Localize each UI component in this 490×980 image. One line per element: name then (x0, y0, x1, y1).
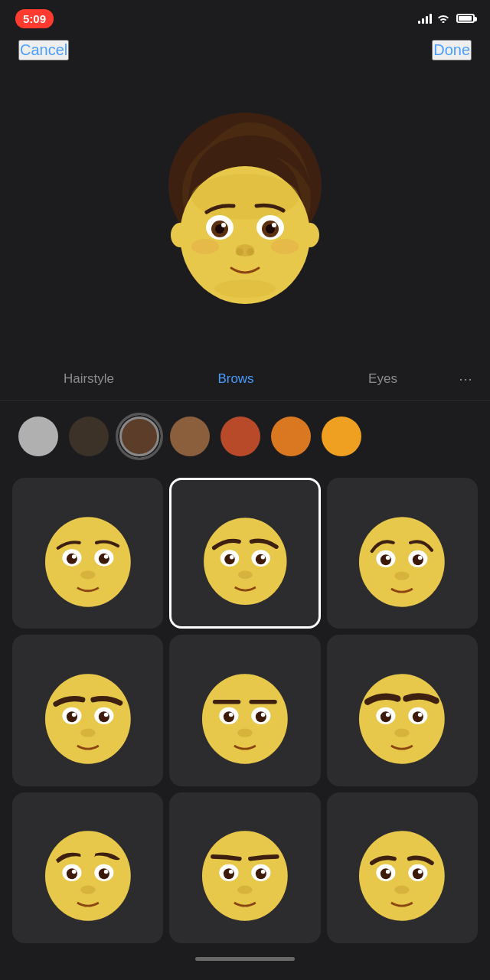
tab-brows[interactable]: Brows (162, 365, 309, 393)
svg-point-18 (214, 279, 276, 298)
svg-point-39 (413, 554, 423, 565)
svg-point-27 (204, 518, 286, 606)
status-bar: 5:09 (0, 0, 490, 34)
battery-icon (456, 14, 475, 23)
svg-rect-53 (250, 700, 277, 704)
more-tabs-icon[interactable]: ⋯ (456, 371, 475, 387)
svg-point-9 (221, 223, 226, 227)
svg-point-17 (271, 239, 299, 254)
brow-option-7[interactable] (12, 792, 163, 943)
svg-point-75 (104, 870, 109, 874)
brow-option-1[interactable] (12, 478, 163, 629)
brow-option-5[interactable] (169, 635, 320, 786)
svg-point-42 (395, 571, 410, 580)
svg-point-15 (301, 223, 319, 247)
svg-point-85 (359, 831, 445, 921)
svg-point-10 (272, 223, 276, 227)
svg-point-38 (381, 554, 391, 565)
category-tabs: Hairstyle Brows Eyes ⋯ (0, 358, 490, 401)
color-row (0, 401, 490, 472)
svg-point-23 (99, 554, 109, 564)
svg-point-48 (72, 713, 77, 717)
svg-rect-52 (213, 700, 240, 704)
svg-point-12 (236, 248, 243, 256)
status-time: 5:09 (15, 9, 54, 28)
svg-point-65 (413, 711, 423, 722)
svg-point-68 (395, 729, 410, 737)
svg-point-43 (45, 674, 131, 763)
brow-option-9[interactable] (327, 792, 478, 943)
tab-eyes[interactable]: Eyes (309, 365, 456, 393)
svg-point-26 (80, 570, 96, 579)
color-option-3[interactable] (119, 416, 159, 456)
color-option-4[interactable] (170, 416, 210, 456)
avatar-container (0, 67, 490, 358)
svg-point-22 (67, 554, 77, 564)
svg-point-32 (230, 555, 234, 559)
svg-point-89 (413, 869, 423, 880)
svg-point-69 (45, 831, 131, 921)
svg-point-66 (386, 713, 390, 717)
svg-point-46 (67, 711, 77, 722)
brow-option-4[interactable] (12, 635, 163, 786)
color-option-5[interactable] (220, 416, 260, 456)
svg-point-51 (202, 674, 288, 763)
svg-point-24 (72, 554, 77, 559)
svg-point-80 (224, 869, 234, 880)
svg-point-77 (202, 831, 288, 921)
svg-point-34 (237, 571, 252, 580)
svg-point-73 (99, 869, 109, 880)
svg-point-59 (261, 713, 266, 717)
svg-point-72 (67, 869, 77, 880)
svg-point-76 (80, 886, 96, 894)
svg-point-50 (80, 729, 96, 737)
svg-point-92 (395, 886, 410, 894)
svg-point-88 (381, 869, 391, 880)
svg-point-35 (359, 517, 445, 606)
brow-option-6[interactable] (327, 635, 478, 786)
svg-point-25 (104, 554, 109, 559)
home-bar (195, 957, 295, 961)
face-grid (0, 472, 490, 949)
svg-point-67 (418, 713, 423, 717)
svg-point-60 (237, 729, 253, 737)
svg-point-47 (99, 711, 109, 722)
svg-point-57 (256, 711, 266, 722)
svg-point-19 (45, 517, 131, 606)
svg-point-49 (104, 713, 109, 717)
nav-bar: Cancel Done (0, 34, 490, 67)
svg-point-14 (171, 223, 189, 247)
cancel-button[interactable]: Cancel (18, 40, 69, 60)
home-indicator[interactable] (0, 949, 490, 965)
brow-option-2[interactable] (169, 478, 320, 629)
wifi-icon (436, 12, 450, 25)
svg-point-84 (237, 886, 253, 894)
svg-point-56 (224, 711, 234, 722)
status-icons (418, 12, 475, 25)
color-option-1[interactable] (18, 416, 58, 456)
brow-option-8[interactable] (169, 792, 320, 943)
svg-point-74 (72, 870, 77, 874)
svg-point-91 (418, 870, 423, 874)
svg-point-58 (229, 713, 234, 717)
svg-point-16 (191, 239, 219, 254)
svg-point-61 (359, 674, 445, 763)
svg-point-30 (224, 554, 235, 565)
color-option-6[interactable] (271, 416, 311, 456)
brow-option-3[interactable] (327, 478, 478, 629)
memoji-avatar (145, 109, 345, 323)
svg-point-82 (229, 870, 234, 874)
svg-point-13 (247, 248, 254, 256)
svg-point-90 (386, 870, 390, 874)
color-option-7[interactable] (322, 416, 361, 456)
done-button[interactable]: Done (432, 40, 472, 60)
color-option-2[interactable] (69, 416, 109, 456)
signal-icon (418, 13, 432, 24)
svg-point-81 (256, 869, 266, 880)
svg-point-64 (381, 711, 391, 722)
tab-hairstyle[interactable]: Hairstyle (15, 365, 162, 393)
svg-point-31 (256, 554, 266, 565)
svg-point-83 (261, 870, 266, 874)
svg-point-33 (260, 555, 264, 559)
svg-point-40 (386, 555, 390, 560)
